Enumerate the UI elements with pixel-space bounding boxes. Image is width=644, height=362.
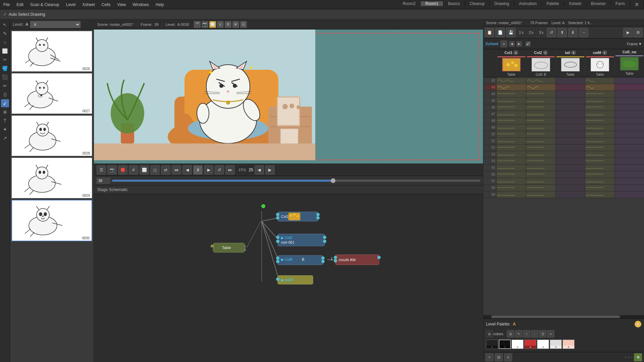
cell-4-45[interactable] <box>615 98 644 104</box>
cell-4-53[interactable] <box>615 151 644 158</box>
xsheet-tool-paste[interactable]: 📄 <box>495 28 505 37</box>
cell-1-45[interactable] <box>526 98 556 104</box>
cell-3-48[interactable] <box>585 118 615 124</box>
cell-3-45[interactable] <box>585 98 615 104</box>
cell-3-50[interactable] <box>585 131 615 137</box>
cell-3-55[interactable] <box>585 165 615 171</box>
cell-1-55[interactable] <box>526 165 556 171</box>
tool-zoom[interactable]: ⊕ <box>1 108 9 116</box>
cell-2-50[interactable] <box>556 131 585 137</box>
thumbnail-0028[interactable]: 0028 <box>11 115 92 156</box>
cell-2-44[interactable] <box>556 91 585 97</box>
cell-4-56[interactable] <box>615 171 644 178</box>
cell-4-58[interactable] <box>615 185 644 191</box>
xsheet-row-50[interactable]: 50 <box>483 131 644 138</box>
btn-play[interactable]: ▶ <box>204 165 213 175</box>
cell-2-51[interactable] <box>556 138 585 144</box>
cell-0-49[interactable] <box>497 124 526 131</box>
tab-browser[interactable]: Browser <box>586 1 611 6</box>
cell-1-46[interactable] <box>526 104 556 111</box>
tool-select-arrow[interactable]: ↙ <box>1 99 9 107</box>
cell-0-46[interactable] <box>497 104 526 111</box>
cell-1-57[interactable] <box>526 178 556 184</box>
tool-shape[interactable]: ⬛ <box>1 73 9 81</box>
palette-tool-2[interactable]: ✎ <box>515 330 522 338</box>
menu-file[interactable]: File <box>0 2 13 7</box>
cell-1-59[interactable] <box>526 191 556 198</box>
scrubber-handle[interactable] <box>331 178 335 183</box>
cell-2-56[interactable] <box>556 171 585 178</box>
cell-4-44[interactable] <box>615 91 644 97</box>
xsheet-hscrollbar[interactable] <box>483 315 644 318</box>
xsheet-hscroll-thumb[interactable] <box>491 315 620 318</box>
tab-room2[interactable]: Room2 <box>398 1 421 6</box>
thumbnail-0030[interactable]: 0030 <box>11 200 92 241</box>
xsheet-row-55[interactable]: 55 <box>483 165 644 171</box>
cell-0-57[interactable] <box>497 178 526 184</box>
tab-animation[interactable]: Animation <box>514 1 542 6</box>
tab-palette[interactable]: Palette <box>542 1 564 6</box>
cell-col5me-43[interactable] <box>615 84 644 90</box>
swatch-1[interactable]: 1 <box>499 340 511 349</box>
col-header-col1[interactable]: Col1 ● Table <box>497 49 526 77</box>
tool-geometric[interactable]: ○ <box>1 38 9 46</box>
tool-arrow[interactable]: ↖ <box>1 21 9 29</box>
xsheet-row-42[interactable]: 42 <box>483 77 644 84</box>
cell-2-54[interactable] <box>556 158 585 164</box>
btn-fps-up[interactable]: ▶ <box>265 165 275 175</box>
cell-4-52[interactable] <box>615 144 644 151</box>
palette-tool-6[interactable]: ≡ <box>547 330 554 338</box>
cell-2-57[interactable] <box>556 178 585 184</box>
cell-1-53[interactable] <box>526 151 556 158</box>
cell-2-47[interactable] <box>556 111 585 117</box>
cell-2-45[interactable] <box>556 98 585 104</box>
tool-eraser[interactable]: ✂ <box>1 56 9 64</box>
xsheet-row-45[interactable]: 45 <box>483 98 644 104</box>
xsheet-row-44[interactable]: 44 <box>483 91 644 98</box>
tool-brush[interactable]: ✎ <box>1 29 9 38</box>
cell-2-46[interactable] <box>556 104 585 111</box>
cell-1-56[interactable] <box>526 171 556 178</box>
palette-tool-1[interactable]: ⊞ <box>507 330 514 338</box>
tool-fill[interactable]: ⬜ <box>1 47 9 55</box>
cell-3-57[interactable] <box>585 178 615 184</box>
cell-3-44[interactable] <box>585 91 615 97</box>
tab-drawing[interactable]: Drawing <box>490 1 514 6</box>
cell-3-53[interactable] <box>585 151 615 158</box>
frame-scrubber[interactable] <box>112 180 480 182</box>
tab-close[interactable]: ✕ <box>630 1 644 8</box>
btn-loop[interactable]: ↺ <box>215 165 224 175</box>
cell-3-46[interactable] <box>585 104 615 111</box>
menu-scan-cleanup[interactable]: Scan & Cleanup <box>27 2 63 7</box>
btn-hamburger[interactable]: ☰ <box>97 165 106 175</box>
palette-tool-3[interactable]: + <box>523 330 530 338</box>
cell-col1-43[interactable] <box>497 84 526 90</box>
col-header-col2[interactable]: Col2 ● Col5 B <box>526 49 556 77</box>
col-nav-left[interactable]: ◀ <box>509 41 515 47</box>
thumbnail-0026[interactable]: 0026 <box>11 31 92 72</box>
cell-0-52[interactable] <box>497 144 526 151</box>
frame-input[interactable]: 39 <box>97 178 110 184</box>
xsheet-row-52[interactable]: 52 <box>483 144 644 151</box>
cell-3-58[interactable] <box>585 185 615 191</box>
cell-0-55[interactable] <box>497 165 526 171</box>
btn-skip-end[interactable]: ⏭ <box>225 165 235 175</box>
xsheet-row-51[interactable]: 51 <box>483 138 644 144</box>
cell-1-52[interactable] <box>526 144 556 151</box>
btn-square[interactable]: ◻ <box>150 165 160 175</box>
xsheet-tool-export[interactable]: ⬆ <box>557 28 567 37</box>
cell-catm-42[interactable] <box>585 77 615 84</box>
menu-windows[interactable]: Windows <box>129 2 152 7</box>
menu-cells[interactable]: Cells <box>98 2 114 7</box>
xsheet-row-43[interactable]: 43 <box>483 84 644 91</box>
xsheet-row-47[interactable]: 47 <box>483 111 644 118</box>
tool-selection[interactable]: ⟨⟩ <box>1 90 9 99</box>
palette-grid-btn[interactable]: ⊞ <box>486 330 493 337</box>
xsheet-tool-save[interactable]: 💾 <box>506 28 516 37</box>
cell-1-54[interactable] <box>526 158 556 164</box>
cell-2-49[interactable] <box>556 124 585 131</box>
cell-4-57[interactable] <box>615 178 644 184</box>
btn-skip-start[interactable]: ⏮ <box>172 165 181 175</box>
cell-2-58[interactable] <box>556 185 585 191</box>
xsheet-row-56[interactable]: 56 <box>483 171 644 178</box>
